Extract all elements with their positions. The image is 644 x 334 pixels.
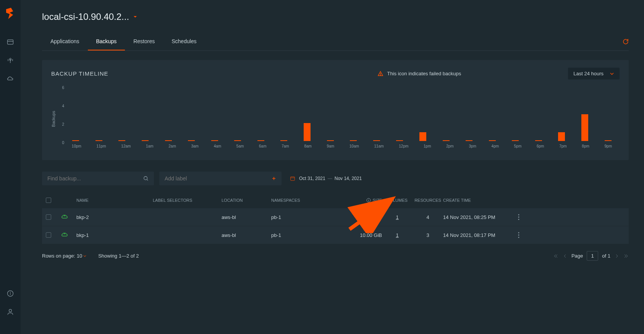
logo-icon bbox=[6, 8, 15, 19]
y-tick: 6 bbox=[59, 86, 64, 90]
tab-restores[interactable]: Restores bbox=[125, 33, 163, 50]
add-label-input[interactable] bbox=[159, 172, 282, 185]
chevron-down-icon bbox=[610, 71, 614, 76]
page-label: Page bbox=[571, 253, 583, 259]
x-tick: 8pm bbox=[582, 144, 589, 148]
bar[interactable] bbox=[234, 140, 241, 141]
bar[interactable] bbox=[558, 132, 565, 141]
bar[interactable] bbox=[118, 140, 125, 141]
bar[interactable] bbox=[72, 140, 79, 141]
bar[interactable] bbox=[142, 140, 149, 141]
page-of: of 1 bbox=[602, 253, 610, 259]
bar[interactable] bbox=[257, 140, 264, 141]
next-page-icon[interactable] bbox=[614, 253, 620, 259]
kebab-icon[interactable] bbox=[518, 232, 519, 238]
svg-point-16 bbox=[518, 217, 519, 218]
showing-text: Showing 1—2 of 2 bbox=[98, 253, 139, 259]
svg-point-7 bbox=[380, 75, 380, 75]
svg-point-15 bbox=[518, 214, 519, 216]
bar[interactable] bbox=[165, 140, 172, 141]
col-label-selectors: LABEL SELECTORS bbox=[153, 198, 222, 203]
info-icon bbox=[366, 198, 371, 203]
select-all-checkbox[interactable] bbox=[46, 198, 51, 203]
x-tick: 5am bbox=[236, 144, 244, 148]
refresh-icon[interactable] bbox=[623, 39, 629, 45]
x-tick: 5pm bbox=[514, 144, 521, 148]
bar[interactable] bbox=[211, 140, 218, 141]
y-axis: 6 4 2 0 bbox=[59, 86, 64, 152]
tab-applications[interactable]: Applications bbox=[42, 33, 88, 50]
x-tick: 11am bbox=[374, 144, 384, 148]
x-tick: 2pm bbox=[446, 144, 453, 148]
y-tick: 2 bbox=[59, 122, 64, 126]
x-tick: 6pm bbox=[537, 144, 544, 148]
first-page-icon[interactable] bbox=[553, 253, 558, 259]
bar[interactable] bbox=[443, 140, 450, 141]
alert-icon bbox=[377, 71, 383, 77]
cell-location: aws-bl bbox=[222, 214, 271, 220]
x-tick: 9pm bbox=[605, 144, 612, 148]
bar[interactable] bbox=[350, 140, 357, 141]
chevron-down-icon[interactable] bbox=[133, 15, 138, 19]
cell-name: bkp-2 bbox=[76, 214, 153, 220]
table-row[interactable]: bkp-2 aws-bl pb-1 115 MiB 1 4 14 Nov 202… bbox=[42, 208, 629, 226]
chevron-down-icon[interactable] bbox=[83, 254, 87, 258]
bar[interactable] bbox=[280, 140, 287, 141]
date-range[interactable]: Oct 31, 2021 — Nov 14, 2021 bbox=[290, 176, 362, 181]
time-range-label: Last 24 hours bbox=[573, 71, 604, 76]
svg-point-18 bbox=[518, 232, 519, 233]
antenna-icon[interactable] bbox=[6, 57, 14, 64]
bar[interactable] bbox=[581, 114, 588, 141]
date-from: Oct 31, 2021 bbox=[299, 176, 325, 181]
find-backup-field[interactable] bbox=[47, 175, 143, 182]
last-page-icon[interactable] bbox=[623, 253, 629, 259]
info-icon[interactable] bbox=[6, 290, 14, 297]
bar[interactable] bbox=[512, 140, 519, 141]
bar[interactable] bbox=[95, 140, 102, 141]
tab-backups[interactable]: Backups bbox=[88, 33, 125, 50]
chart: Backups 6 4 2 0 10pm11pm12am1am2am3am4am… bbox=[51, 86, 620, 152]
x-tick: 3am bbox=[191, 144, 198, 148]
y-tick: 0 bbox=[59, 141, 64, 145]
user-icon[interactable] bbox=[6, 308, 14, 316]
x-tick: 12am bbox=[121, 144, 131, 148]
col-name: NAME bbox=[76, 198, 153, 203]
rows-per-page-label: Rows on page: bbox=[42, 253, 75, 259]
cell-create-time: 14 Nov 2021, 08:17 PM bbox=[443, 232, 504, 238]
svg-rect-10 bbox=[291, 177, 295, 181]
row-checkbox[interactable] bbox=[46, 214, 51, 220]
row-checkbox[interactable] bbox=[46, 232, 51, 238]
page-input[interactable] bbox=[587, 251, 598, 261]
bar[interactable] bbox=[535, 140, 542, 141]
bar[interactable] bbox=[466, 140, 472, 141]
svg-point-4 bbox=[10, 292, 11, 292]
bar[interactable] bbox=[304, 123, 311, 141]
timeline-panel: BACKUP TIMELINE This icon indicates fail… bbox=[42, 60, 629, 160]
x-tick: 4pm bbox=[492, 144, 499, 148]
bar[interactable] bbox=[605, 140, 612, 141]
kebab-icon[interactable] bbox=[518, 214, 519, 220]
prev-page-icon[interactable] bbox=[562, 253, 568, 259]
cluster-name[interactable]: local-csi-10.90.40.2... bbox=[42, 11, 129, 22]
cell-volumes[interactable]: 1 bbox=[382, 232, 413, 238]
find-backup-input[interactable] bbox=[42, 172, 154, 185]
bar[interactable] bbox=[419, 132, 426, 141]
rows-per-page-value[interactable]: 10 bbox=[77, 253, 82, 259]
table-row[interactable]: bkp-1 aws-bl pb-1 10.00 GiB 1 3 14 Nov 2… bbox=[42, 226, 629, 244]
dashboard-icon[interactable] bbox=[6, 38, 14, 46]
tab-schedules[interactable]: Schedules bbox=[163, 33, 205, 50]
bar[interactable] bbox=[188, 140, 195, 141]
time-range-select[interactable]: Last 24 hours bbox=[568, 68, 620, 79]
x-tick: 7am bbox=[282, 144, 289, 148]
svg-rect-0 bbox=[8, 40, 13, 44]
cell-name: bkp-1 bbox=[76, 232, 153, 238]
cloud-icon[interactable] bbox=[6, 75, 14, 83]
x-tick: 3pm bbox=[469, 144, 476, 148]
y-axis-label: Backups bbox=[51, 111, 56, 127]
bar[interactable] bbox=[327, 140, 334, 141]
bar[interactable] bbox=[396, 140, 403, 141]
cell-volumes[interactable]: 1 bbox=[382, 214, 413, 220]
add-label-field[interactable] bbox=[165, 175, 272, 182]
bar[interactable] bbox=[489, 140, 496, 141]
bar[interactable] bbox=[373, 140, 380, 141]
